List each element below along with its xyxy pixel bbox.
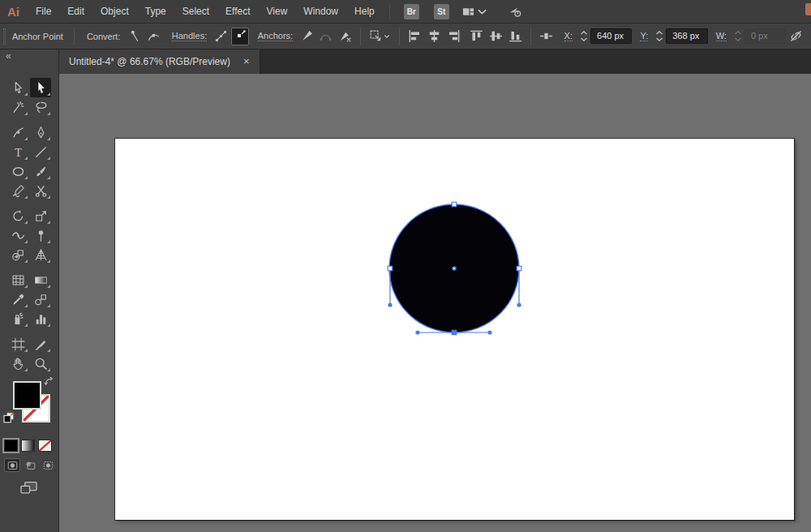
symbol-sprayer-tool[interactable] [7, 309, 28, 328]
y-stepper[interactable] [654, 28, 664, 44]
constrain-proportions-icon[interactable] [787, 28, 805, 45]
bridge-button[interactable]: Br [404, 4, 419, 19]
menu-window[interactable]: Window [295, 0, 346, 23]
distribute-center-button[interactable] [538, 28, 556, 45]
column-graph-tool[interactable] [30, 309, 51, 328]
perspective-grid-tool[interactable] [30, 245, 51, 264]
workspace-switcher[interactable] [461, 5, 489, 19]
zoom-tool[interactable] [30, 354, 51, 373]
remove-anchor-button[interactable] [298, 28, 315, 45]
vertical-align-center-button[interactable] [487, 28, 505, 45]
app-logo[interactable]: Ai [7, 5, 19, 19]
curvature-tool[interactable] [7, 122, 28, 142]
type-tool[interactable]: T [7, 142, 28, 161]
anchor-point [452, 202, 457, 207]
fill-swatch[interactable] [13, 381, 41, 410]
menu-effect[interactable]: Effect [217, 0, 258, 23]
menu-object[interactable]: Object [92, 0, 137, 23]
main-area: T [0, 74, 811, 532]
stock-button[interactable]: St [434, 4, 449, 19]
slice-tool[interactable] [30, 334, 51, 354]
tool-group-2 [6, 206, 52, 264]
mesh-tool[interactable] [7, 270, 28, 290]
vertical-align-top-button[interactable] [468, 28, 486, 45]
context-label: Anchor Point [12, 32, 63, 41]
paintbrush-tool[interactable] [30, 161, 51, 181]
scale-tool[interactable] [30, 206, 51, 225]
gradient-button[interactable] [21, 440, 35, 452]
draw-normal-button[interactable] [4, 458, 20, 472]
pen-tool[interactable] [30, 122, 51, 142]
anchors-label[interactable]: Anchors: [258, 31, 293, 41]
svg-text:T: T [14, 145, 21, 158]
selected-ellipse-shape[interactable] [59, 74, 811, 532]
direct-selection-tool[interactable] [7, 78, 28, 97]
convert-to-smooth-button[interactable] [145, 28, 163, 45]
shape-builder-tool[interactable] [7, 245, 28, 264]
selection-tool[interactable] [30, 78, 51, 97]
rotate-tool[interactable] [7, 206, 28, 225]
gradient-tool[interactable] [30, 270, 51, 290]
blend-tool[interactable] [30, 290, 51, 309]
horizontal-align-center-button[interactable] [426, 28, 444, 45]
shaper-tool[interactable] [7, 181, 28, 200]
scissors-tool[interactable] [30, 181, 51, 200]
show-handles-button[interactable] [212, 28, 230, 45]
color-button[interactable] [4, 440, 18, 452]
control-bar: Anchor Point Convert: Handles: Anchors: … [0, 24, 811, 49]
menu-help[interactable]: Help [346, 0, 383, 23]
convert-to-corner-button[interactable] [126, 28, 144, 45]
x-stepper[interactable] [579, 28, 589, 44]
menu-bar: Ai FileEditObjectTypeSelectEffectViewWin… [0, 0, 811, 24]
tab-close-icon[interactable]: × [243, 57, 250, 66]
horizontal-align-left-button[interactable] [406, 28, 424, 45]
menu-select[interactable]: Select [174, 0, 217, 23]
canvas-pasteboard[interactable] [59, 74, 811, 532]
hand-tool[interactable] [7, 354, 28, 373]
draw-inside-button[interactable] [40, 458, 56, 472]
none-button[interactable] [38, 440, 52, 452]
swap-fill-stroke-icon[interactable] [44, 376, 54, 387]
divider [530, 28, 531, 45]
select-similar-icon [369, 29, 383, 43]
anchor-point-selected [452, 330, 457, 335]
artboard-tool[interactable] [7, 334, 28, 354]
handles-label[interactable]: Handles: [172, 31, 207, 41]
change-screen-mode-button[interactable] [18, 481, 39, 496]
eyedropper-tool[interactable] [7, 290, 28, 309]
panel-grip[interactable] [3, 28, 6, 45]
handle-end-dot [517, 302, 521, 307]
y-label[interactable]: Y: [640, 31, 648, 41]
cut-path-button[interactable] [337, 28, 354, 45]
document-tab[interactable]: Untitled-4* @ 66.67% (RGB/Preview) × [59, 49, 260, 74]
handle-end-dot [388, 302, 392, 307]
clipped-icon [805, 3, 811, 15]
line-segment-tool[interactable] [30, 142, 51, 161]
x-label[interactable]: X: [564, 31, 573, 41]
tool-group-3 [6, 270, 52, 328]
menu-file[interactable]: File [28, 0, 59, 23]
puppet-warp-tool[interactable] [30, 225, 51, 245]
collapse-panel-button[interactable]: « [6, 50, 12, 62]
lasso-tool[interactable] [30, 97, 51, 117]
divider [360, 28, 361, 45]
y-input[interactable]: 368 px [666, 28, 707, 44]
ellipse-tool[interactable] [7, 161, 28, 181]
menu-type[interactable]: Type [137, 0, 174, 23]
vertical-align-bottom-button[interactable] [506, 28, 524, 45]
w-stepper [733, 28, 743, 44]
magic-wand-tool[interactable] [7, 97, 28, 117]
select-similar-button[interactable] [367, 28, 393, 45]
horizontal-align-right-button[interactable] [444, 28, 462, 45]
width-tool[interactable] [7, 225, 28, 245]
draw-behind-button[interactable] [22, 458, 38, 472]
default-fill-stroke-icon[interactable] [3, 412, 15, 423]
w-label[interactable]: W: [716, 31, 727, 41]
menu-view[interactable]: View [259, 0, 296, 23]
gpu-performance-icon[interactable] [508, 5, 522, 19]
none-slash-icon [39, 440, 51, 451]
tool-group-4 [6, 334, 52, 373]
x-input[interactable]: 640 px [590, 28, 632, 44]
menu-edit[interactable]: Edit [59, 0, 92, 23]
hide-handles-button[interactable] [231, 28, 249, 45]
